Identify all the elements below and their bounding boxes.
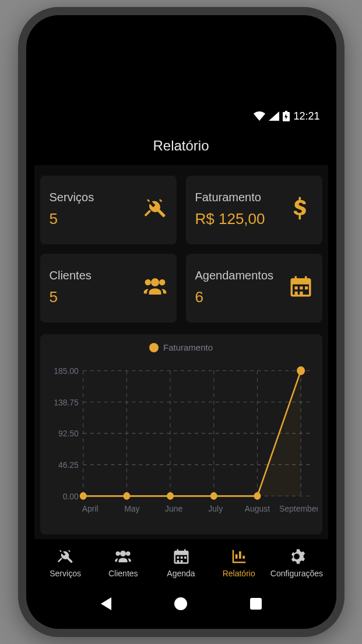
tools-icon [143, 196, 167, 223]
tab-label: Serviços [50, 569, 81, 578]
card-clients[interactable]: Clientes 5 [40, 254, 177, 323]
card-label: Agendamentos [195, 269, 274, 282]
tab-label: Agenda [167, 569, 195, 578]
tab-label: Relatório [223, 569, 255, 578]
tab-agenda[interactable]: Agenda [152, 548, 210, 578]
card-label: Serviços [50, 191, 94, 204]
bottom-nav: Serviços Clientes Agenda Relatório Confi… [34, 539, 328, 587]
back-button[interactable] [101, 597, 111, 610]
x-tick: May [124, 504, 140, 514]
page-title: Relatório [153, 138, 209, 154]
phone-frame: 12:21 Relatório Serviços 5 [18, 7, 345, 637]
x-tick: June [164, 504, 182, 514]
card-revenue[interactable]: Faturamento R$ 125,00 [186, 176, 322, 244]
data-point [210, 492, 217, 500]
x-tick: April [82, 504, 98, 514]
app-header: Relatório [34, 127, 328, 165]
calendar-icon [289, 274, 313, 301]
users-icon [114, 548, 132, 565]
y-tick: 185.00 [54, 366, 79, 376]
legend-label: Faturamento [163, 342, 213, 352]
card-services[interactable]: Serviços 5 [40, 176, 177, 244]
battery-icon [283, 111, 290, 121]
chart-icon [230, 548, 248, 565]
chart-legend: Faturamento [45, 342, 318, 352]
y-tick: 138.75 [54, 397, 79, 407]
wifi-icon [254, 111, 265, 121]
tab-settings[interactable]: Configurações [268, 548, 325, 578]
cards-grid: Serviços 5 Faturamento R$ 125,00 [40, 176, 322, 323]
card-value: 5 [50, 210, 94, 228]
signal-icon [269, 111, 279, 121]
tab-report[interactable]: Relatório [210, 548, 268, 578]
card-label: Faturamento [195, 191, 265, 204]
x-tick: July [208, 504, 223, 514]
recent-button[interactable] [250, 598, 262, 610]
android-nav [34, 587, 328, 621]
tab-label: Configurações [270, 569, 323, 578]
data-point [297, 366, 305, 375]
gear-icon [288, 548, 305, 565]
card-value: 5 [50, 288, 92, 306]
content: Serviços 5 Faturamento R$ 125,00 [34, 165, 328, 539]
card-appointments[interactable]: Agendamentos 6 [186, 254, 322, 323]
legend-dot [149, 343, 159, 352]
data-point [254, 492, 261, 500]
x-tick: September [279, 504, 318, 514]
status-time: 12:21 [293, 110, 319, 123]
data-point [167, 492, 174, 500]
y-tick: 92.50 [58, 429, 78, 439]
x-tick: August [244, 504, 269, 514]
home-button[interactable] [174, 597, 187, 610]
calendar-icon [173, 548, 190, 565]
y-tick: 46.25 [58, 460, 78, 470]
phone-bezel: 12:21 Relatório Serviços 5 [26, 15, 336, 629]
card-value: R$ 125,00 [195, 210, 265, 228]
card-label: Clientes [50, 269, 92, 282]
tools-icon [57, 548, 74, 565]
data-point [123, 492, 130, 500]
tab-services[interactable]: Serviços [37, 548, 94, 578]
users-icon [143, 274, 167, 301]
data-point [79, 492, 86, 500]
dollar-icon [289, 196, 313, 223]
chart-panel: Faturamento [40, 334, 322, 534]
series-area [83, 370, 300, 496]
status-bar: 12:21 [34, 106, 328, 127]
tab-label: Clientes [108, 569, 138, 578]
chart-area[interactable]: 0.00 46.25 92.50 138.75 185.00 April May… [45, 358, 318, 527]
tab-clients[interactable]: Clientes [94, 548, 152, 578]
screen: 12:21 Relatório Serviços 5 [34, 106, 328, 621]
card-value: 6 [195, 288, 274, 306]
y-tick: 0.00 [62, 491, 78, 501]
